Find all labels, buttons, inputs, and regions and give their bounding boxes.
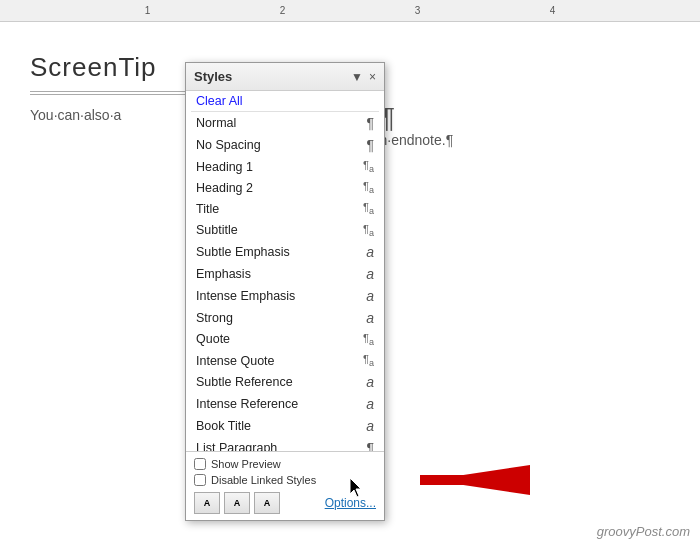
style-label-emphasis: Emphasis (196, 267, 251, 281)
style-item-subtle-emphasis[interactable]: Subtle Emphasis a (186, 241, 384, 263)
style-symbol-subtitle: ¶a (363, 223, 374, 238)
svg-marker-2 (350, 478, 361, 497)
document-page: ScreenTip You·can·also·a ¶ g·an·endnote.… (0, 22, 700, 549)
style-item-list-paragraph[interactable]: List Paragraph ¶ (186, 437, 384, 451)
mouse-cursor (350, 478, 366, 501)
style-item-clear-all[interactable]: Clear All (186, 91, 384, 111)
style-symbol-book-title: a (366, 418, 374, 434)
new-style-button[interactable]: A (194, 492, 220, 514)
style-inspector-button[interactable]: A (224, 492, 250, 514)
footer-buttons: A A A Options... (194, 492, 376, 514)
style-label-intense-reference: Intense Reference (196, 397, 298, 411)
style-item-intense-emphasis[interactable]: Intense Emphasis a (186, 285, 384, 307)
style-label-subtle-reference: Subtle Reference (196, 375, 293, 389)
style-item-heading2[interactable]: Heading 2 ¶a (186, 177, 384, 198)
doc-divider-line (30, 91, 190, 92)
style-item-no-spacing[interactable]: No Spacing ¶ (186, 134, 384, 156)
show-preview-row: Show Preview (194, 458, 376, 470)
style-item-normal[interactable]: Normal ¶ (186, 112, 384, 134)
style-item-book-title[interactable]: Book Title a (186, 415, 384, 437)
styles-collapse-icon[interactable]: ▼ (351, 70, 363, 84)
show-preview-checkbox[interactable] (194, 458, 206, 470)
styles-close-icon[interactable]: × (369, 70, 376, 84)
styles-panel-title: Styles (194, 69, 232, 84)
doc-body-text: You·can·also·a (30, 107, 190, 123)
style-symbol-subtle-emphasis: a (366, 244, 374, 260)
watermark-text: groovyPost.com (597, 524, 690, 539)
style-symbol-intense-reference: a (366, 396, 374, 412)
style-symbol-intense-quote: ¶a (363, 353, 374, 368)
style-label-list-paragraph: List Paragraph (196, 441, 277, 451)
svg-rect-1 (420, 475, 530, 485)
disable-linked-checkbox[interactable] (194, 474, 206, 486)
style-label-subtitle: Subtitle (196, 223, 238, 237)
red-arrow-indicator (370, 445, 530, 519)
show-preview-label: Show Preview (211, 458, 281, 470)
style-symbol-heading1: ¶a (363, 159, 374, 174)
style-symbol-subtle-reference: a (366, 374, 374, 390)
style-symbol-title: ¶a (363, 201, 374, 216)
style-label-subtle-emphasis: Subtle Emphasis (196, 245, 290, 259)
ruler-numbers: 1 2 3 4 (0, 5, 700, 16)
style-label-no-spacing: No Spacing (196, 138, 261, 152)
style-item-heading1[interactable]: Heading 1 ¶a (186, 156, 384, 177)
screentip-text: ScreenTip (30, 52, 190, 83)
style-item-title[interactable]: Title ¶a (186, 198, 384, 219)
style-label-intense-emphasis: Intense Emphasis (196, 289, 295, 303)
style-symbol-emphasis: a (366, 266, 374, 282)
style-item-subtle-reference[interactable]: Subtle Reference a (186, 371, 384, 393)
style-label-heading1: Heading 1 (196, 160, 253, 174)
style-symbol-heading2: ¶a (363, 180, 374, 195)
style-label-normal: Normal (196, 116, 236, 130)
style-item-strong[interactable]: Strong a (186, 307, 384, 329)
style-symbol-strong: a (366, 310, 374, 326)
style-item-intense-quote[interactable]: Intense Quote ¶a (186, 350, 384, 371)
style-label-strong: Strong (196, 311, 233, 325)
style-symbol-no-spacing: ¶ (366, 137, 374, 153)
styles-header-icons: ▼ × (351, 70, 376, 84)
styles-panel: Styles ▼ × Clear All Normal ¶ No Spacing… (185, 62, 385, 521)
style-label-quote: Quote (196, 332, 230, 346)
style-label-heading2: Heading 2 (196, 181, 253, 195)
doc-divider-line-2 (30, 94, 190, 95)
style-label-clear-all: Clear All (196, 94, 243, 108)
style-symbol-quote: ¶a (363, 332, 374, 347)
style-symbol-intense-emphasis: a (366, 288, 374, 304)
styles-list: Clear All Normal ¶ No Spacing ¶ Heading … (186, 91, 384, 451)
watermark: groovyPost.com (597, 524, 690, 539)
style-item-emphasis[interactable]: Emphasis a (186, 263, 384, 285)
manage-styles-button[interactable]: A (254, 492, 280, 514)
style-item-subtitle[interactable]: Subtitle ¶a (186, 220, 384, 241)
disable-linked-label: Disable Linked Styles (211, 474, 316, 486)
style-symbol-normal: ¶ (366, 115, 374, 131)
disable-linked-row: Disable Linked Styles (194, 474, 376, 486)
styles-panel-header: Styles ▼ × (186, 63, 384, 91)
style-item-quote[interactable]: Quote ¶a (186, 329, 384, 350)
style-item-intense-reference[interactable]: Intense Reference a (186, 393, 384, 415)
ruler: 1 2 3 4 (0, 0, 700, 22)
style-label-title: Title (196, 202, 219, 216)
style-label-book-title: Book Title (196, 419, 251, 433)
document-content: ScreenTip You·can·also·a (30, 52, 190, 123)
style-label-intense-quote: Intense Quote (196, 354, 275, 368)
